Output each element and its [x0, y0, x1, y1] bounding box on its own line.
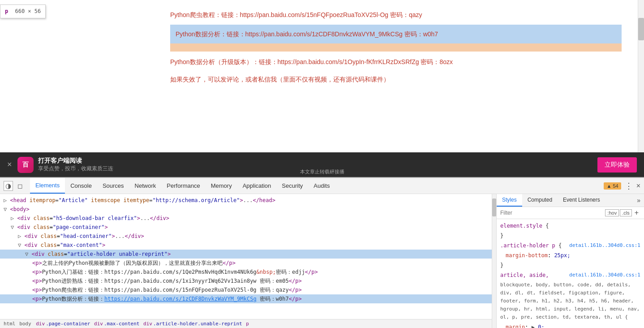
element-tooltip: p 660 × 56 — [0, 4, 46, 18]
filter-hov-btn[interactable]: :hov — [605, 209, 619, 216]
tab-security[interactable]: Security — [276, 178, 308, 194]
styles-tab-computed[interactable]: Computed — [522, 194, 558, 207]
styles-panel: Styles Computed Event Listeners » :hov .… — [496, 194, 644, 328]
styles-tab-event-listeners[interactable]: Event Listeners — [558, 194, 605, 207]
styles-tab-more[interactable]: » — [633, 194, 644, 207]
dom-line-head[interactable]: ▷ <head itemprop="Article" itemscope ite… — [0, 196, 492, 205]
app-icon: 百 — [17, 157, 34, 173]
dom-line-max-content[interactable]: ▽ <div class="max-content"> — [0, 241, 492, 250]
watermark: 本文章止转载砰接播 — [300, 168, 344, 175]
content-line-3: Python数据分析（升级版本）：链接：https://pan.baidu.co… — [170, 56, 622, 68]
dom-line-p4[interactable]: <p>Python爬虫教程：链接：https://pan.baidu.com/s… — [0, 285, 492, 294]
orange-highlight — [170, 43, 622, 52]
tooltip-size: 660 × 56 — [15, 8, 41, 14]
notification-close-btn[interactable]: × — [7, 160, 12, 169]
dom-scrollbar[interactable] — [492, 194, 496, 328]
filter-cls-btn[interactable]: .cls — [620, 209, 632, 216]
inspect-element-icon[interactable]: ◑ — [4, 181, 13, 191]
devtools-left-icons: ◑ ◻ — [4, 181, 25, 191]
dom-line-p2[interactable]: <p>Python入门基础：链接：https://pan.baidu.com/s… — [0, 268, 492, 276]
tab-audits[interactable]: Audits — [308, 178, 335, 194]
devtools-toolbar: ◑ ◻ Elements Console Sources Network Per… — [0, 178, 644, 194]
close-devtools-icon[interactable]: × — [636, 182, 640, 190]
devtools-right-icons: ▲ 54 ⋮ × — [604, 181, 640, 191]
dom-breadcrumb: html body div.page-container div.max-con… — [0, 319, 492, 328]
styles-filter-bar: :hov .cls + — [497, 207, 644, 219]
tab-network[interactable]: Network — [129, 178, 162, 194]
more-options-icon[interactable]: ⋮ — [625, 181, 633, 191]
device-toolbar-icon[interactable]: ◻ — [16, 181, 25, 190]
dom-line-page-container[interactable]: ▽ <div class="page-container"> — [0, 223, 492, 232]
style-rule-article: article, aside, detail.161b..304d0.css:1 — [497, 270, 644, 280]
style-rule-article-holder-close: } — [497, 260, 644, 270]
dom-line-p5-selected[interactable]: <p>Python数据分析：链接：https://pan.baidu.com/s… — [0, 294, 492, 303]
style-rule-element-close: } — [497, 231, 644, 241]
tab-application[interactable]: Application — [237, 178, 277, 194]
tab-sources[interactable]: Sources — [97, 178, 129, 194]
dom-line-article-holder[interactable]: ▽ <div class="article-holder unable-repr… — [0, 250, 492, 259]
tooltip-tag: p — [5, 8, 8, 14]
cta-button[interactable]: 立即体验 — [597, 157, 637, 173]
tab-elements[interactable]: Elements — [30, 178, 65, 194]
browser-content: Python爬虫教程：链接：https://pan.baidu.com/s/15… — [0, 0, 644, 152]
dom-line-p3[interactable]: <p>Python进阶熟练：链接：https://pan.baidu.com/s… — [0, 276, 492, 285]
dom-line-body[interactable]: ▽ <body> — [0, 205, 492, 214]
highlighted-content: Python数据分析：链接：https://pan.baidu.com/s/1z… — [170, 25, 622, 44]
tab-memory[interactable]: Memory — [206, 178, 237, 194]
devtools-body: ▷ <head itemprop="Article" itemscope ite… — [0, 194, 644, 328]
notification-bar: × 百 打开客户端阅读 享受点赞，投币，收藏素质三连 立即体验 本文章止转载砰接… — [0, 152, 644, 177]
styles-add-btn[interactable]: + — [633, 209, 640, 217]
style-rule-article-selectors: blockquote, body, button, code, dd, deta… — [497, 280, 644, 322]
dom-panel: ▷ <head itemprop="Article" itemscope ite… — [0, 194, 492, 328]
styles-content: element.style { } .article-holder p { de… — [497, 219, 644, 328]
notification-title: 打开客户端阅读 — [38, 157, 597, 165]
style-rule-margin-bottom: margin-bottom: 25px; — [497, 250, 644, 260]
highlighted-text: Python数据分析：链接：https://pan.baidu.com/s/1z… — [176, 30, 438, 38]
tab-console[interactable]: Console — [65, 178, 97, 194]
tab-performance[interactable]: Performance — [161, 178, 205, 194]
style-rule-margin: margin: ▶ 0; — [497, 322, 644, 328]
dom-line-h5bar[interactable]: ▷ <div class="h5-download-bar clearfix">… — [0, 214, 492, 223]
devtools-tabs: Elements Console Sources Network Perform… — [30, 178, 604, 194]
styles-filter-input[interactable] — [500, 210, 603, 216]
dom-line-head-container[interactable]: ▷ <div class="head-container">...</div> — [0, 232, 492, 241]
warning-badge: ▲ 54 — [604, 182, 621, 190]
styles-tab-styles[interactable]: Styles — [497, 194, 522, 207]
style-rule-article-holder: .article-holder p { detail.161b..304d0.c… — [497, 241, 644, 250]
content-line-4: 如果失效了，可以发评论，或者私信我（里面不仅有视频，还有源代码和课件） — [170, 73, 622, 86]
styles-tabs: Styles Computed Event Listeners » — [497, 194, 644, 207]
style-rule-element: element.style { — [497, 221, 644, 231]
content-line-1: Python爬虫教程：链接：https://pan.baidu.com/s/15… — [170, 9, 622, 21]
devtools-panel: ◑ ◻ Elements Console Sources Network Per… — [0, 177, 644, 328]
dom-line-p1[interactable]: <p>之前上传的Python视频被删除了（因为版权原因），这里就直接分享出来吧<… — [0, 259, 492, 268]
dom-lines: ▷ <head itemprop="Article" itemscope ite… — [0, 194, 492, 319]
